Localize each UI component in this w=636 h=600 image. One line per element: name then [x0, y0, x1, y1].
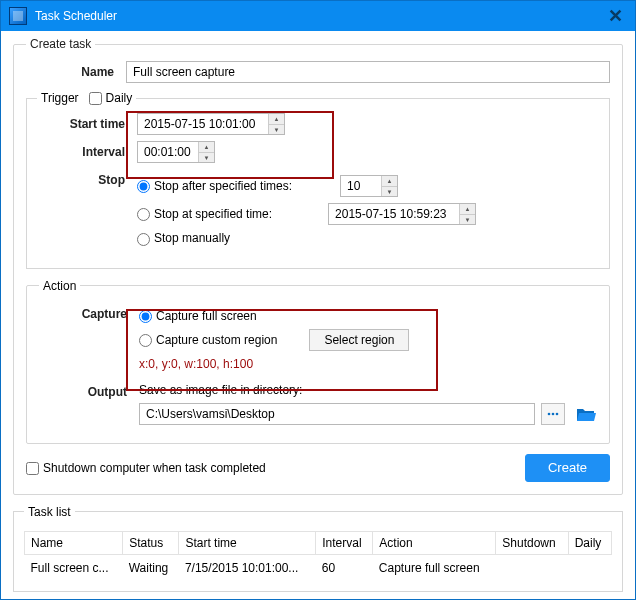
- window: Task Scheduler ✕ Create task Name Trigge…: [0, 0, 636, 600]
- titlebar: Task Scheduler ✕: [1, 1, 635, 31]
- close-icon[interactable]: ✕: [604, 5, 627, 27]
- stop-label: Stop: [37, 169, 137, 187]
- col-interval[interactable]: Interval: [316, 531, 373, 554]
- create-button[interactable]: Create: [525, 454, 610, 482]
- trigger-group: Trigger Daily Start time ▲▼ Interval ▲▼: [26, 91, 610, 269]
- stop-at-radio[interactable]: [137, 208, 150, 221]
- app-icon: [9, 7, 27, 25]
- output-desc: Save as image file in directory:: [139, 383, 597, 397]
- shutdown-checkbox-label[interactable]: Shutdown computer when task completed: [26, 461, 266, 475]
- stop-manual-radio-label[interactable]: Stop manually: [137, 231, 230, 245]
- browse-button[interactable]: [541, 403, 565, 425]
- col-name[interactable]: Name: [25, 531, 123, 554]
- interval-spinner[interactable]: ▲▼: [198, 142, 214, 162]
- window-title: Task Scheduler: [35, 9, 117, 23]
- action-legend: Action: [39, 279, 80, 293]
- col-daily[interactable]: Daily: [568, 531, 611, 554]
- task-list-group: Task list Name Status Start time Interva…: [13, 505, 623, 592]
- stop-at-value[interactable]: ▲▼: [328, 203, 476, 225]
- task-list-legend: Task list: [24, 505, 75, 519]
- output-label: Output: [39, 383, 139, 399]
- select-region-button[interactable]: Select region: [309, 329, 409, 351]
- name-input[interactable]: [126, 61, 610, 83]
- start-time-input[interactable]: ▲▼: [137, 113, 285, 135]
- region-readout: x:0, y:0, w:100, h:100: [139, 357, 253, 371]
- name-label: Name: [26, 65, 126, 79]
- capture-full-radio-label[interactable]: Capture full screen: [139, 309, 257, 323]
- capture-custom-radio-label[interactable]: Capture custom region: [139, 333, 277, 347]
- start-time-spinner[interactable]: ▲▼: [268, 114, 284, 134]
- svg-point-0: [548, 413, 551, 416]
- ellipsis-icon: [546, 409, 560, 419]
- daily-checkbox-label[interactable]: Daily: [89, 91, 133, 105]
- col-action[interactable]: Action: [373, 531, 496, 554]
- window-body: Create task Name Trigger Daily Start tim…: [1, 31, 635, 599]
- col-status[interactable]: Status: [123, 531, 179, 554]
- trigger-legend: Trigger Daily: [37, 91, 136, 105]
- stop-at-radio-label[interactable]: Stop at specified time:: [137, 207, 272, 221]
- stop-manual-radio[interactable]: [137, 233, 150, 246]
- capture-label: Capture: [39, 303, 139, 321]
- action-group: Action Capture Capture full screen Captu…: [26, 279, 610, 444]
- col-start[interactable]: Start time: [179, 531, 316, 554]
- task-table: Name Status Start time Interval Action S…: [24, 531, 612, 581]
- folder-icon: [576, 406, 596, 422]
- col-shutdown[interactable]: Shutdown: [496, 531, 568, 554]
- stop-after-radio-label[interactable]: Stop after specified times:: [137, 179, 292, 193]
- interval-input[interactable]: ▲▼: [137, 141, 215, 163]
- svg-point-1: [552, 413, 555, 416]
- start-time-label: Start time: [37, 117, 137, 131]
- svg-point-2: [556, 413, 559, 416]
- stop-after-radio[interactable]: [137, 180, 150, 193]
- stop-after-value[interactable]: ▲▼: [340, 175, 398, 197]
- capture-custom-radio[interactable]: [139, 334, 152, 347]
- shutdown-checkbox[interactable]: [26, 462, 39, 475]
- create-task-group: Create task Name Trigger Daily Start tim…: [13, 37, 623, 495]
- capture-full-radio[interactable]: [139, 310, 152, 323]
- open-folder-button[interactable]: [575, 403, 597, 425]
- interval-label: Interval: [37, 145, 137, 159]
- daily-checkbox[interactable]: [89, 92, 102, 105]
- create-task-legend: Create task: [26, 37, 95, 51]
- table-row[interactable]: Full screen c... Waiting 7/15/2015 10:01…: [25, 554, 612, 581]
- output-path-input[interactable]: [139, 403, 535, 425]
